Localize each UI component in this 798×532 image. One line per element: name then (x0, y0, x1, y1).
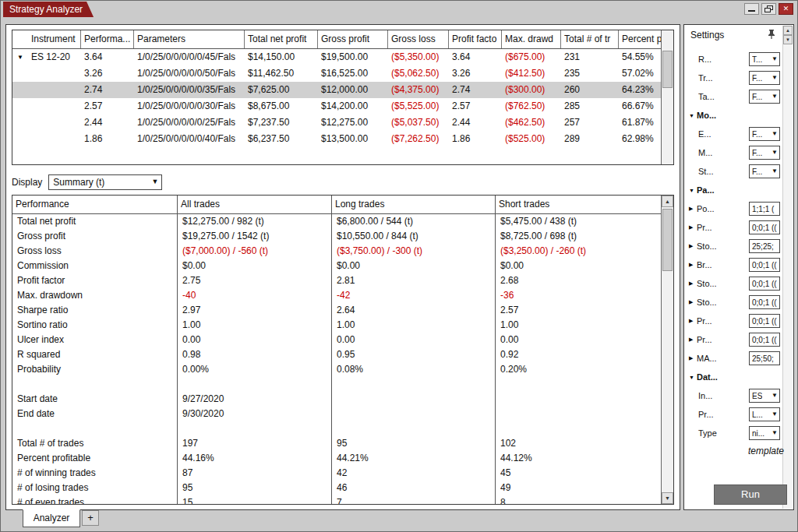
cell (178, 377, 332, 392)
column-header-profit-factor[interactable]: Profit facto (449, 30, 502, 48)
settings-input[interactable]: 0;0;1 (( (749, 220, 780, 234)
settings-input[interactable]: 25;50; (749, 351, 780, 365)
scroll-down-icon[interactable]: ▼ (783, 35, 793, 44)
scrollbar-thumb[interactable] (662, 209, 673, 271)
settings-dropdown[interactable]: F...▼ (749, 71, 780, 85)
cell: 3.64 (81, 49, 134, 65)
scrollbar-thumb[interactable] (662, 51, 673, 88)
settings-input[interactable]: 0;0;1 (( (749, 277, 780, 291)
scroll-down-icon[interactable]: ▼ (662, 492, 673, 504)
column-header-gross-loss[interactable]: Gross loss (388, 30, 449, 48)
performance-row: Gross profit$19,275.00 / 1542 (t)$10,550… (12, 229, 661, 244)
cell: 2.57 (449, 98, 502, 115)
optimization-row[interactable]: 1.861/0/25/0/0/0/0/0/40/Fals$6,237.50$13… (12, 131, 661, 147)
settings-label: Br... (697, 260, 712, 270)
row-expand-icon[interactable]: ▶ (689, 355, 697, 361)
settings-input[interactable]: 0;0;1 (( (749, 295, 780, 309)
optimization-row[interactable]: 3.261/0/25/0/0/0/0/0/50/Fals$11,462.50$1… (12, 65, 661, 82)
column-header-short-trades[interactable]: Short trades (496, 196, 673, 213)
column-header-max-drawdown[interactable]: Max. drawd (502, 30, 561, 48)
section-collapse-icon[interactable]: ▼ (689, 375, 697, 380)
cell: ($5,525.00) (388, 98, 449, 115)
chevron-down-icon: ▼ (772, 93, 778, 100)
performance-table-scrollbar[interactable]: ▲ ▼ (661, 196, 673, 504)
cell: $0.00 (178, 259, 332, 273)
section-collapse-icon[interactable]: ▼ (689, 188, 697, 193)
settings-dropdown[interactable]: T...▼ (749, 52, 780, 66)
optimization-row[interactable]: 2.441/0/25/0/0/0/0/0/25/Fals$7,237.50$12… (12, 115, 661, 131)
pin-icon[interactable] (767, 29, 776, 40)
optimization-table-scrollbar[interactable] (661, 30, 673, 164)
settings-label: Tr... (698, 73, 713, 83)
column-header-total-trades[interactable]: Total # of tr (561, 30, 619, 48)
expand-collapse-icon[interactable]: ▼ (17, 49, 23, 65)
column-header-gross-profit[interactable]: Gross profit (318, 30, 388, 48)
row-expand-icon[interactable]: ▶ (689, 336, 697, 343)
column-header-all-trades[interactable]: All trades (178, 196, 332, 213)
settings-dropdown[interactable]: ni...▼ (749, 426, 780, 440)
title-bar[interactable]: Strategy Analyzer ✕ (1, 1, 797, 18)
chevron-down-icon: ▼ (772, 167, 778, 174)
row-expand-icon[interactable]: ▶ (689, 299, 697, 305)
settings-input[interactable]: 0;0;1 (( (749, 258, 780, 272)
row-expand-icon[interactable]: ▶ (689, 318, 697, 324)
column-header-long-trades[interactable]: Long trades (332, 196, 496, 213)
cell: Sortino ratio (12, 318, 178, 333)
settings-label: E... (698, 129, 711, 139)
scroll-up-icon[interactable]: ▲ (662, 196, 673, 207)
optimization-row[interactable]: 2.741/0/25/0/0/0/0/0/35/Fals$7,625.00$12… (12, 82, 661, 98)
settings-dropdown[interactable]: L...▼ (749, 407, 780, 421)
optimization-row[interactable]: ▼ES 12-203.641/0/25/0/0/0/0/0/45/Fals$14… (12, 49, 661, 65)
dropdown-value: L... (752, 410, 763, 419)
cell: $0.00 (496, 259, 661, 273)
settings-dropdown[interactable]: F...▼ (749, 90, 780, 104)
column-header-total-net-profit[interactable]: Total net profit (245, 30, 318, 48)
row-expand-icon[interactable]: ▶ (689, 224, 697, 231)
settings-row: Pr...L...▼ (687, 407, 780, 422)
settings-scrollbar[interactable]: ▲ ▼ (782, 26, 793, 509)
row-expand-icon[interactable]: ▶ (689, 206, 697, 212)
column-header-parameters[interactable]: Parameters (134, 30, 245, 48)
dropdown-value: ES (752, 392, 762, 400)
optimization-row[interactable]: 2.571/0/25/0/0/0/0/0/30/Fals$8,675.00$14… (12, 98, 661, 115)
display-dropdown[interactable]: Summary (t) ▼ (48, 174, 162, 190)
settings-dropdown[interactable]: F...▼ (749, 146, 780, 160)
cell: 54.55% (619, 49, 661, 65)
close-button[interactable]: ✕ (779, 3, 793, 15)
scroll-up-icon[interactable]: ▲ (783, 26, 793, 35)
settings-input[interactable]: 0;0;1 (( (749, 314, 780, 328)
dropdown-value: F... (752, 93, 762, 101)
settings-row: Tr...F...▼ (687, 70, 780, 86)
settings-label: M... (698, 148, 712, 157)
dropdown-value: F... (752, 130, 762, 139)
cell: 0.00 (496, 333, 661, 347)
settings-dropdown[interactable]: F...▼ (749, 164, 780, 178)
cell (496, 392, 661, 407)
tab-analyzer[interactable]: Analyzer (23, 509, 80, 527)
cell: $19,275.00 / 1542 (t) (178, 229, 332, 244)
column-header-instrument[interactable]: Instrument (12, 30, 81, 48)
row-expand-icon[interactable]: ▶ (689, 243, 697, 249)
restore-button[interactable] (761, 3, 776, 15)
cell: 44.12% (496, 451, 661, 466)
cell: 3.26 (81, 65, 134, 82)
section-collapse-icon[interactable]: ▼ (689, 113, 697, 118)
add-tab-button[interactable]: + (82, 510, 99, 526)
settings-header: Settings (684, 25, 793, 45)
settings-input[interactable]: 0;0;1 (( (749, 333, 780, 347)
settings-input[interactable]: 25;25; (749, 239, 780, 253)
performance-row: Profit factor2.752.812.68 (12, 273, 661, 288)
row-expand-icon[interactable]: ▶ (689, 280, 697, 287)
settings-label: Dat... (697, 372, 718, 382)
settings-dropdown[interactable]: ES▼ (749, 389, 780, 403)
row-expand-icon[interactable]: ▶ (689, 262, 697, 268)
minimize-button[interactable] (744, 3, 759, 15)
column-header-performance[interactable]: Performa...▼ (81, 30, 134, 48)
column-header-performance-label[interactable]: Performance (12, 196, 178, 213)
run-button[interactable]: Run (714, 484, 787, 505)
settings-dropdown[interactable]: F...▼ (749, 127, 780, 141)
template-link[interactable]: template (748, 446, 784, 456)
settings-input[interactable]: 1;1;1 ( (749, 202, 780, 216)
dropdown-value: F... (752, 149, 762, 157)
performance-row: End date9/30/2020 (12, 407, 661, 421)
